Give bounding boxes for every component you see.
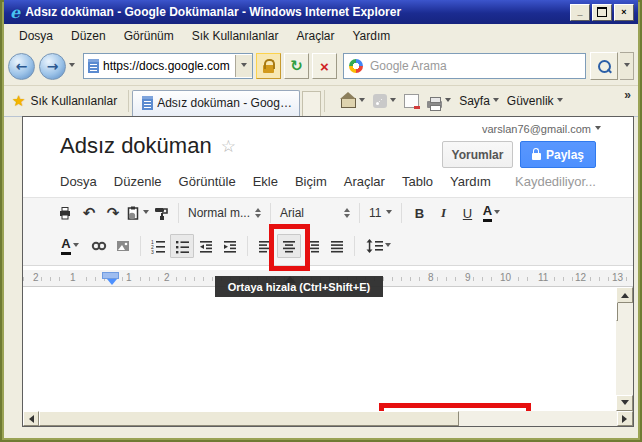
menu-araclar[interactable]: Araçlar (287, 26, 343, 46)
security-menu-button[interactable]: Güvenlik (504, 92, 566, 110)
toolbar-row-2: A 123 (23, 228, 633, 264)
home-button[interactable] (338, 92, 368, 110)
redo-button[interactable]: ↷ (101, 201, 125, 225)
vertical-scroll-thumb[interactable] (616, 302, 618, 321)
docs-menu-tablo[interactable]: Tablo (402, 174, 433, 189)
separator (140, 236, 141, 256)
search-button[interactable] (590, 52, 618, 80)
account-menu[interactable]: varslan76@gmail.com (482, 123, 601, 135)
scroll-left-button[interactable] (23, 411, 39, 426)
refresh-button[interactable]: ↻ (284, 53, 309, 79)
tab-title: Adsız doküman - Google D... (157, 96, 294, 110)
decrease-indent-button[interactable] (194, 234, 218, 258)
security-lock-button[interactable] (256, 53, 281, 79)
undo-button[interactable]: ↶ (77, 201, 101, 225)
chevron-down-icon (595, 126, 601, 133)
numbered-list-button[interactable]: 123 (146, 234, 170, 258)
print-button[interactable] (424, 93, 454, 110)
font-select[interactable]: Arial (276, 201, 354, 225)
address-dropdown-button[interactable] (235, 55, 252, 77)
rss-icon (373, 94, 387, 108)
menu-dosya[interactable]: Dosya (10, 26, 62, 46)
minimize-button[interactable]: _ (570, 4, 590, 21)
chevron-down-icon (493, 98, 499, 105)
highlight-color-button[interactable]: A (53, 234, 87, 258)
margin-marker[interactable] (102, 272, 119, 279)
font-size-select[interactable]: 11 (365, 201, 396, 225)
menu-gorunum[interactable]: Görünüm (115, 26, 183, 46)
document-title-row: Adsız doküman ☆ (60, 133, 236, 159)
search-box[interactable] (343, 53, 586, 79)
docs-menu-ekle[interactable]: Ekle (253, 174, 278, 189)
scroll-down-button[interactable] (616, 395, 633, 411)
address-bar[interactable]: https://docs.google.com (83, 53, 253, 79)
scroll-right-button[interactable] (617, 411, 633, 426)
feeds-button[interactable] (370, 92, 399, 110)
paste-button[interactable] (125, 201, 149, 225)
insert-link-button[interactable] (87, 234, 111, 258)
chevron-down-icon (494, 210, 500, 217)
bold-button[interactable]: B (407, 201, 431, 225)
arrow-up-icon (621, 289, 629, 298)
new-tab-button[interactable] (302, 91, 321, 116)
menu-duzen[interactable]: Düzen (62, 26, 115, 46)
page-menu-button[interactable]: Sayfa (456, 92, 502, 110)
read-mail-button[interactable] (401, 92, 422, 110)
horizontal-scroll-thumb[interactable] (39, 411, 459, 426)
search-options-button[interactable] (620, 52, 634, 80)
docs-menu-dosya[interactable]: Dosya (60, 174, 97, 189)
bulleted-list-button[interactable] (170, 234, 194, 258)
star-document-icon[interactable]: ☆ (221, 136, 236, 156)
arrow-down-icon (621, 400, 629, 409)
vertical-scrollbar[interactable] (616, 287, 633, 411)
justify-button[interactable] (325, 234, 349, 258)
stop-icon: × (320, 58, 329, 75)
comments-button[interactable]: Yorumlar (442, 141, 513, 168)
close-button[interactable]: × (614, 4, 634, 21)
increase-indent-button[interactable] (218, 234, 242, 258)
docs-menu-bar: Dosya Düzenle Görüntüle Ekle Biçim Araçl… (60, 174, 491, 189)
italic-button[interactable]: I (431, 201, 455, 225)
docs-menu-duzenle[interactable]: Düzenle (114, 174, 162, 189)
underline-icon: U (463, 206, 472, 221)
ruler-number: 10 (498, 272, 513, 283)
document-title[interactable]: Adsız doküman (60, 133, 212, 159)
history-dropdown-icon[interactable] (69, 63, 75, 70)
insert-image-button[interactable] (111, 234, 135, 258)
search-input[interactable] (368, 58, 585, 74)
docs-menu-yardim[interactable]: Yardım (450, 174, 491, 189)
horizontal-scrollbar[interactable] (23, 411, 633, 426)
share-button[interactable]: Paylaş (520, 141, 596, 168)
menu-yardim[interactable]: Yardım (343, 26, 399, 46)
underline-button[interactable]: U (455, 201, 479, 225)
ruler-number: 9 (463, 272, 473, 283)
docs-menu-bicim[interactable]: Biçim (295, 174, 327, 189)
svg-text:3: 3 (151, 249, 154, 254)
stop-button[interactable]: × (312, 53, 337, 79)
docs-menu-araclar[interactable]: Araçlar (344, 174, 385, 189)
document-canvas[interactable]: dijitalders.com ● MAHMUT ● BERK (23, 287, 616, 411)
line-spacing-button[interactable] (360, 234, 396, 258)
bulleted-list-icon (174, 238, 190, 254)
paint-format-button[interactable] (149, 201, 173, 225)
styles-select[interactable]: Normal m... (184, 201, 265, 225)
back-button[interactable]: ← (8, 53, 35, 80)
url-text[interactable]: https://docs.google.com (103, 59, 235, 73)
text-color-button[interactable]: A (479, 201, 503, 225)
tab-adsiz-dokuman[interactable]: Adsız doküman - Google D... (132, 90, 300, 116)
navigation-bar: ← → https://docs.google.com ↻ × (4, 47, 638, 86)
docs-menu-goruntule[interactable]: Görüntüle (179, 174, 236, 189)
toolbar-overflow-button[interactable]: » (624, 88, 631, 102)
scroll-up-button[interactable] (616, 287, 633, 303)
favorites-star-icon: ★ (12, 92, 25, 110)
tab-bar: ★ Sık Kullanılanlar Adsız doküman - Goog… (4, 86, 638, 117)
menu-sik-kullanilanlar[interactable]: Sık Kullanılanlar (183, 26, 288, 46)
line-spacing-icon (366, 238, 383, 254)
forward-button[interactable]: → (39, 53, 66, 80)
ruler-number: 11 (536, 272, 550, 283)
scroll-track[interactable] (459, 411, 617, 426)
maximize-button[interactable] (592, 4, 612, 21)
separator (359, 203, 360, 223)
favorites-button[interactable]: ★ Sık Kullanılanlar (4, 92, 125, 110)
print-button[interactable] (53, 201, 77, 225)
